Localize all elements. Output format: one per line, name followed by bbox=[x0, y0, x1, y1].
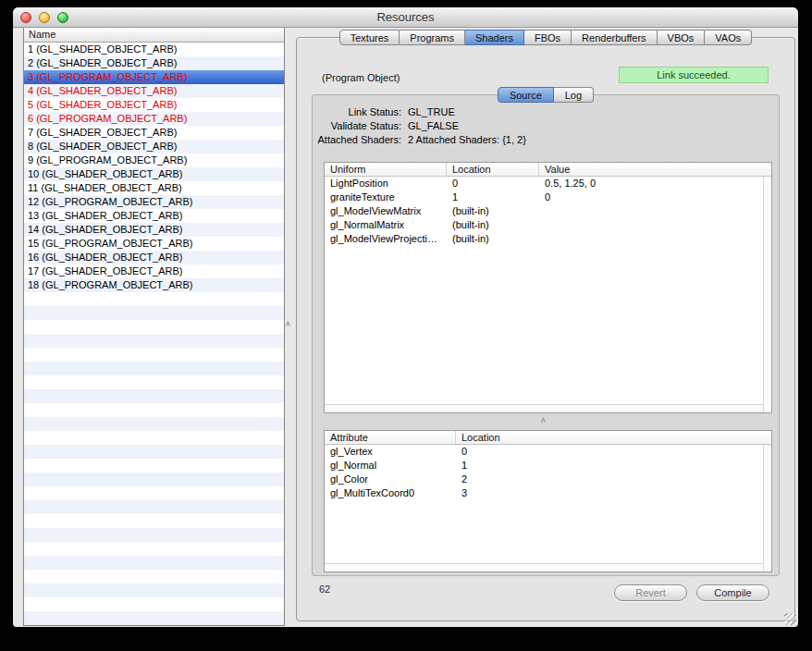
list-item[interactable]: 11 (GL_SHADER_OBJECT_ARB) bbox=[24, 181, 284, 195]
resources-window: Resources Name 1 (GL_SHADER_OBJECT_ARB)2… bbox=[13, 7, 798, 627]
table-cell: LightPosition bbox=[325, 177, 447, 190]
list-item[interactable]: 4 (GL_SHADER_OBJECT_ARB) bbox=[24, 84, 284, 98]
list-item[interactable]: 1 (GL_SHADER_OBJECT_ARB) bbox=[24, 43, 284, 56]
table-cell: 0.5, 1.25, 0 bbox=[539, 177, 771, 190]
link-info: Link Status:GL_TRUEValidate Status:GL_FA… bbox=[313, 105, 779, 147]
table-row[interactable]: graniteTexture10 bbox=[325, 190, 771, 204]
table-cell: gl_NormalMatrix bbox=[325, 218, 447, 232]
list-item[interactable]: 9 (GL_PROGRAM_OBJECT_ARB) bbox=[24, 154, 284, 167]
title-bar[interactable]: Resources bbox=[13, 7, 798, 28]
table-row[interactable]: gl_ModelViewMatrix(built-in) bbox=[325, 204, 771, 218]
table-row[interactable]: gl_MultiTexCoord03 bbox=[325, 486, 771, 500]
table-cell: graniteTexture bbox=[325, 190, 447, 204]
uniform-table-body: LightPosition00.5, 1.25, 0graniteTexture… bbox=[325, 177, 771, 246]
tab-programs[interactable]: Programs bbox=[400, 30, 465, 45]
resize-grip[interactable] bbox=[784, 613, 796, 625]
table-cell: gl_Normal bbox=[325, 459, 456, 473]
close-button[interactable] bbox=[20, 12, 31, 23]
horizontal-scrollbar[interactable] bbox=[325, 404, 763, 412]
info-value: GL_TRUE bbox=[408, 105, 455, 119]
info-label: Link Status: bbox=[313, 105, 401, 119]
list-item[interactable]: 15 (GL_PROGRAM_OBJECT_ARB) bbox=[24, 237, 284, 251]
list-item[interactable]: 3 (GL_PROGRAM_OBJECT_ARB) bbox=[24, 70, 284, 84]
table-cell: (built-in) bbox=[447, 232, 539, 246]
list-item[interactable]: 16 (GL_SHADER_OBJECT_ARB) bbox=[24, 251, 284, 264]
table-cell: gl_Color bbox=[325, 473, 456, 486]
list-item[interactable]: 5 (GL_SHADER_OBJECT_ARB) bbox=[24, 98, 284, 112]
table-cell bbox=[539, 204, 771, 218]
zoom-button[interactable] bbox=[57, 12, 68, 23]
tab-fbos[interactable]: FBOs bbox=[524, 30, 572, 45]
shader-detail-content: Link Status:GL_TRUEValidate Status:GL_FA… bbox=[312, 94, 780, 576]
column-header[interactable]: Location bbox=[447, 163, 539, 176]
attribute-table-body: gl_Vertex0gl_Normal1gl_Color2gl_MultiTex… bbox=[325, 445, 771, 500]
info-line: Attached Shaders:2 Attached Shaders: {1,… bbox=[313, 133, 779, 147]
list-item[interactable]: 18 (GL_PROGRAM_OBJECT_ARB) bbox=[24, 278, 284, 292]
desktop-background: Resources Name 1 (GL_SHADER_OBJECT_ARB)2… bbox=[0, 0, 812, 651]
table-cell: 3 bbox=[456, 486, 771, 500]
list-item[interactable]: 12 (GL_PROGRAM_OBJECT_ARB) bbox=[24, 195, 284, 209]
vertical-scrollbar[interactable] bbox=[763, 177, 771, 412]
tab-vbos[interactable]: VBOs bbox=[658, 30, 706, 45]
revert-button[interactable]: Revert bbox=[614, 584, 687, 601]
list-item[interactable]: 8 (GL_SHADER_OBJECT_ARB) bbox=[24, 140, 284, 154]
tab-shaders[interactable]: Shaders bbox=[465, 30, 524, 45]
table-cell: 0 bbox=[447, 177, 539, 190]
list-item[interactable]: 14 (GL_SHADER_OBJECT_ARB) bbox=[24, 223, 284, 237]
list-item[interactable]: 10 (GL_SHADER_OBJECT_ARB) bbox=[24, 167, 284, 181]
compile-button[interactable]: Compile bbox=[696, 584, 769, 601]
info-label: Validate Status: bbox=[313, 119, 401, 133]
table-cell: (built-in) bbox=[447, 218, 539, 232]
table-cell bbox=[539, 232, 771, 246]
tab-renderbuffers[interactable]: Renderbuffers bbox=[572, 30, 658, 45]
table-cell: 0 bbox=[456, 445, 771, 459]
table-row[interactable]: gl_Normal1 bbox=[325, 459, 771, 473]
resource-list: Name 1 (GL_SHADER_OBJECT_ARB)2 (GL_SHADE… bbox=[23, 28, 285, 626]
tab-bar: TexturesProgramsShadersFBOsRenderbuffers… bbox=[296, 30, 795, 45]
vertical-scrollbar[interactable] bbox=[763, 445, 771, 571]
table-cell: 0 bbox=[539, 190, 771, 204]
table-cell: (built-in) bbox=[447, 204, 539, 218]
table-cell: gl_MultiTexCoord0 bbox=[325, 486, 456, 500]
column-header[interactable]: Attribute bbox=[325, 431, 456, 444]
list-item[interactable]: 7 (GL_SHADER_OBJECT_ARB) bbox=[24, 126, 284, 140]
segment-source[interactable]: Source bbox=[498, 87, 554, 103]
table-row[interactable]: LightPosition00.5, 1.25, 0 bbox=[325, 177, 771, 190]
table-row[interactable]: gl_Vertex0 bbox=[325, 445, 771, 459]
column-header[interactable]: Value bbox=[539, 163, 771, 176]
table-cell: gl_Vertex bbox=[325, 445, 456, 459]
uniform-table-header: UniformLocationValue bbox=[325, 163, 771, 177]
attribute-table: AttributeLocation gl_Vertex0gl_Normal1gl… bbox=[324, 430, 772, 572]
info-line: Validate Status:GL_FALSE bbox=[313, 119, 779, 133]
info-value: GL_FALSE bbox=[408, 119, 459, 133]
info-label: Attached Shaders: bbox=[313, 133, 401, 147]
table-cell: 1 bbox=[456, 459, 771, 473]
horizontal-scrollbar[interactable] bbox=[325, 563, 763, 571]
status-badge: Link succeeded. bbox=[619, 67, 769, 83]
tab-textures[interactable]: Textures bbox=[339, 30, 400, 45]
table-splitter-handle[interactable]: ∧ bbox=[540, 416, 547, 424]
column-header[interactable]: Uniform bbox=[325, 163, 447, 176]
list-item[interactable]: 2 (GL_SHADER_OBJECT_ARB) bbox=[24, 56, 284, 70]
splitter-handle[interactable]: ∧ bbox=[285, 320, 291, 328]
detail-panel: (Program Object) Link succeeded. SourceL… bbox=[296, 37, 795, 621]
list-item[interactable]: 17 (GL_SHADER_OBJECT_ARB) bbox=[24, 264, 284, 278]
minimize-button[interactable] bbox=[39, 12, 50, 23]
column-header[interactable]: Location bbox=[456, 431, 771, 444]
window-title: Resources bbox=[13, 7, 798, 28]
attribute-table-header: AttributeLocation bbox=[325, 431, 771, 445]
object-type-label: (Program Object) bbox=[322, 72, 400, 83]
list-item[interactable]: 13 (GL_SHADER_OBJECT_ARB) bbox=[24, 209, 284, 223]
table-cell bbox=[539, 218, 771, 232]
table-row[interactable]: gl_Color2 bbox=[325, 473, 771, 486]
table-row[interactable]: gl_ModelViewProjecti…(built-in) bbox=[325, 232, 771, 246]
info-value: 2 Attached Shaders: {1, 2} bbox=[408, 133, 526, 147]
segment-log[interactable]: Log bbox=[554, 87, 594, 103]
tab-vaos[interactable]: VAOs bbox=[705, 30, 752, 45]
uniform-table: UniformLocationValue LightPosition00.5, … bbox=[324, 162, 772, 413]
list-item[interactable]: 6 (GL_PROGRAM_OBJECT_ARB) bbox=[24, 112, 284, 126]
table-cell: 1 bbox=[447, 190, 539, 204]
table-cell: 2 bbox=[456, 473, 771, 486]
table-row[interactable]: gl_NormalMatrix(built-in) bbox=[325, 218, 771, 232]
column-header-name[interactable]: Name bbox=[24, 28, 284, 43]
